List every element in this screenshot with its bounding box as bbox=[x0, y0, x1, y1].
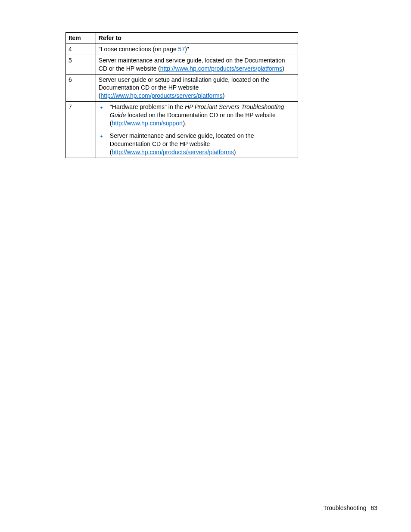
page-footer: Troubleshooting63 bbox=[324, 504, 377, 511]
table-row: 4 "Loose connections (on page 57)" bbox=[66, 44, 298, 55]
header-refer-to: Refer to bbox=[96, 33, 298, 44]
hp-products-link[interactable]: http://www.hp.com/products/servers/platf… bbox=[112, 149, 234, 156]
refer-cell: Server maintenance and service guide, lo… bbox=[96, 55, 298, 74]
list-item: "Hardware problems" in the HP ProLiant S… bbox=[99, 103, 295, 128]
header-item: Item bbox=[66, 33, 96, 44]
text: ) bbox=[282, 65, 284, 72]
page-reference[interactable]: 57 bbox=[178, 46, 185, 53]
item-cell: 6 bbox=[66, 74, 96, 102]
table-header-row: Item Refer to bbox=[66, 33, 298, 44]
refer-cell: "Hardware problems" in the HP ProLiant S… bbox=[96, 102, 298, 158]
footer-section-name: Troubleshooting bbox=[324, 504, 367, 511]
text: ) bbox=[234, 149, 236, 156]
text: ) bbox=[223, 92, 225, 99]
hp-products-link[interactable]: http://www.hp.com/products/servers/platf… bbox=[101, 92, 223, 99]
text: "Loose connections (on page bbox=[99, 46, 178, 53]
refer-cell: "Loose connections (on page 57)" bbox=[96, 44, 298, 55]
item-cell: 5 bbox=[66, 55, 96, 74]
table-row: 7 "Hardware problems" in the HP ProLiant… bbox=[66, 102, 298, 158]
text: ). bbox=[183, 120, 187, 127]
text: "Hardware problems" in the bbox=[110, 103, 185, 110]
item-cell: 7 bbox=[66, 102, 96, 158]
hp-support-link[interactable]: http://www.hp.com/support bbox=[112, 120, 183, 127]
refer-cell: Server user guide or setup and installat… bbox=[96, 74, 298, 102]
table-row: 6 Server user guide or setup and install… bbox=[66, 74, 298, 102]
text: )" bbox=[185, 46, 189, 53]
reference-table: Item Refer to 4 "Loose connections (on p… bbox=[65, 32, 298, 158]
hp-products-link[interactable]: http://www.hp.com/products/servers/platf… bbox=[160, 65, 282, 72]
bullet-list: "Hardware problems" in the HP ProLiant S… bbox=[99, 103, 295, 156]
list-item: Server maintenance and service guide, lo… bbox=[99, 132, 295, 156]
item-cell: 4 bbox=[66, 44, 96, 55]
table-row: 5 Server maintenance and service guide, … bbox=[66, 55, 298, 74]
page-content: Item Refer to 4 "Loose connections (on p… bbox=[0, 0, 411, 158]
footer-page-number: 63 bbox=[371, 504, 377, 511]
